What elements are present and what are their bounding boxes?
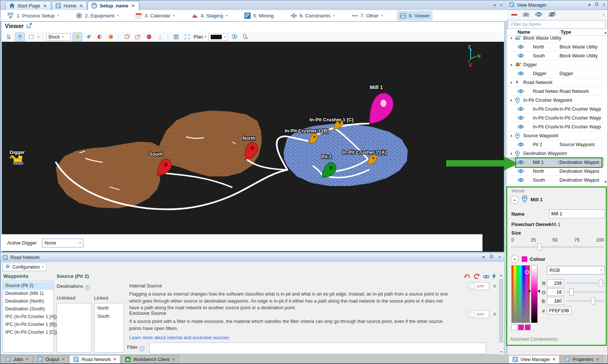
tree-item-mill-1[interactable]: Mill 1Destination Waypoi <box>507 158 603 167</box>
tree-group-source-waypoint[interactable]: ▲Source Waypoint <box>507 131 603 140</box>
doc-tab-start-page[interactable]: Start Page✕ <box>6 1 51 10</box>
visibility-eye-icon[interactable] <box>517 115 524 120</box>
filter-funnel-icon[interactable]: ▼̲ <box>602 13 605 17</box>
linked-item[interactable]: North <box>97 306 124 314</box>
tab-close-icon[interactable]: ✕ <box>131 3 135 9</box>
bottom-tab-workbench-client[interactable]: Workbench Client✕ <box>121 355 179 363</box>
waypoint-list-item[interactable]: Destination (South) <box>3 305 53 313</box>
swatch-magenta[interactable] <box>525 324 531 330</box>
tree-item-in-pit-crushe[interactable]: In-Pit CrusheIn-Pit Crusher Wayp <box>507 105 603 114</box>
select-cursor-icon[interactable] <box>4 33 13 41</box>
clip-box-icon[interactable] <box>122 33 131 41</box>
scroll-down-icon[interactable]: ▼ <box>500 350 503 354</box>
collapse-triangle-icon[interactable]: ▲ <box>510 81 513 84</box>
waypoints-stack-icon[interactable] <box>230 33 239 41</box>
r-slider-handle[interactable] <box>599 280 603 287</box>
viewer-3d-canvas[interactable]: Digger South North Mill 1 In-Pit Crusher… <box>2 42 504 252</box>
lightning-icon[interactable] <box>492 273 497 280</box>
tree-item-digger[interactable]: DiggerDigger <box>507 69 603 78</box>
waypoint-pin-mill1[interactable] <box>367 92 394 124</box>
collapse-colour-button[interactable]: ▲ <box>511 255 519 263</box>
background-color-dropdown[interactable]: ▾ <box>208 33 228 41</box>
active-digger-dropdown[interactable]: None▾ <box>42 239 83 247</box>
linked-listbox[interactable]: NorthSouth <box>94 303 124 353</box>
doc-tab-home[interactable]: Home✕ <box>52 1 87 10</box>
bottom-tab-road-network[interactable]: Road Network✕ <box>69 355 120 363</box>
g-slider[interactable] <box>567 291 605 293</box>
visibility-eye-icon[interactable] <box>517 142 524 147</box>
paint-colors-icon[interactable] <box>84 33 93 41</box>
waypoint-list-item[interactable]: IPC (In-Pit Crusher 1 [A]) <box>3 313 53 321</box>
visibility-eye-icon[interactable] <box>517 107 524 111</box>
visibility-eye-icon[interactable] <box>517 71 524 76</box>
dock-pin-icon[interactable] <box>490 255 493 260</box>
column-name[interactable]: Name <box>518 30 530 35</box>
tree-scroll-down-icon[interactable]: ▼ <box>604 180 607 184</box>
tab-close-icon[interactable]: ✕ <box>552 357 556 362</box>
exclusive-source-collapse-chevron[interactable]: ∧ <box>493 311 497 317</box>
visibility-eye-icon[interactable] <box>517 53 524 58</box>
block-model-north[interactable] <box>157 111 262 176</box>
b-slider-handle[interactable] <box>591 297 595 304</box>
sphere-point-icon[interactable] <box>106 33 115 41</box>
scroll-up-icon[interactable]: ▲ <box>499 274 503 277</box>
waypoint-edit-icon[interactable] <box>241 33 250 41</box>
tab-close-icon[interactable]: ✕ <box>172 357 175 362</box>
panel-pin-icon[interactable] <box>595 2 598 8</box>
colour-field-marker[interactable] <box>525 270 529 274</box>
ribbon-item-1-process-setup[interactable]: 1. Process Setup▾ <box>5 11 62 21</box>
panel-close-icon[interactable]: × <box>603 2 605 8</box>
bottom-tab-output[interactable]: Output✕ <box>33 355 69 363</box>
ribbon-item-3-calendar[interactable]: 3. Calendar▾ <box>133 11 177 21</box>
collapse-triangle-icon[interactable]: ▲ <box>510 63 513 66</box>
visibility-eye-icon[interactable] <box>517 89 524 94</box>
right-tab-properties[interactable]: Properties✕ <box>560 355 603 363</box>
tab-close-icon[interactable]: ✕ <box>43 3 47 9</box>
swatch-white[interactable] <box>511 324 517 330</box>
external-link-icon[interactable] <box>27 23 32 30</box>
hex-input[interactable] <box>547 307 571 314</box>
tree-scroll-up-icon[interactable]: ▲ <box>604 31 607 34</box>
view-plan-dropdown[interactable]: Plan▾ <box>194 34 206 40</box>
tree-group-block-waste-utility[interactable]: ▲Block Waste Utility <box>507 36 603 43</box>
link-icon[interactable] <box>483 274 490 280</box>
b-input[interactable] <box>547 297 564 305</box>
waypoint-list-item[interactable]: IPC (In-Pit Crusher 1 [C]) <box>3 328 53 336</box>
marquee-caret-icon[interactable]: ▾ <box>38 35 39 38</box>
undo-icon[interactable] <box>464 273 470 281</box>
scrollbar-thumb[interactable] <box>500 279 503 343</box>
display-mode-dropdown[interactable]: Block▾ <box>46 33 71 41</box>
size-slider[interactable] <box>511 246 604 248</box>
collapse-triangle-icon[interactable]: ▲ <box>510 36 513 40</box>
grid-icon[interactable] <box>171 33 180 41</box>
waypoint-list-item[interactable]: IPC (In-Pit Crusher 1 [B]) <box>3 321 53 328</box>
zoom-fit-icon[interactable] <box>183 33 191 41</box>
ribbon-item-6-constraints[interactable]: 6. Constraints▾ <box>288 11 338 21</box>
info-icon[interactable]: i <box>140 346 144 351</box>
visibility-eye-icon[interactable] <box>517 44 524 49</box>
colour-value-bar[interactable] <box>531 265 538 323</box>
internal-source-collapse-chevron[interactable]: ∧ <box>493 283 497 289</box>
exclusive-source-toggle[interactable]: OFF <box>468 310 489 318</box>
swatch-magenta[interactable] <box>518 324 524 330</box>
waypoint-list-item[interactable]: Source (Pit 2) <box>3 282 53 290</box>
tree-item-south[interactable]: SouthBlock Waste Utility <box>507 51 603 60</box>
tab-close-icon[interactable]: ✕ <box>61 357 65 362</box>
g-slider-handle[interactable] <box>569 289 574 296</box>
r-slider[interactable] <box>567 282 605 284</box>
sphere-shaded-icon[interactable] <box>95 33 104 41</box>
collapse-triangle-icon[interactable]: ▲ <box>510 98 513 102</box>
g-input[interactable] <box>547 288 564 296</box>
panel-menu-caret[interactable]: ▾ <box>588 2 591 8</box>
dock-menu-caret[interactable]: ▾ <box>482 255 485 260</box>
block-model-south[interactable] <box>56 142 164 208</box>
info-icon[interactable]: i <box>85 285 90 290</box>
dock-close-icon[interactable]: × <box>498 255 501 260</box>
collapse-triangle-icon[interactable]: ▲ <box>510 152 513 155</box>
tree-group-digger[interactable]: ▲Digger <box>507 60 603 69</box>
redo-icon[interactable] <box>473 273 480 281</box>
colour-mode-dropdown[interactable]: RGB▾ <box>547 266 605 274</box>
linked-item[interactable]: South <box>97 314 124 322</box>
visibility-eye-icon[interactable] <box>517 169 524 173</box>
unlinked-listbox[interactable] <box>57 303 91 353</box>
